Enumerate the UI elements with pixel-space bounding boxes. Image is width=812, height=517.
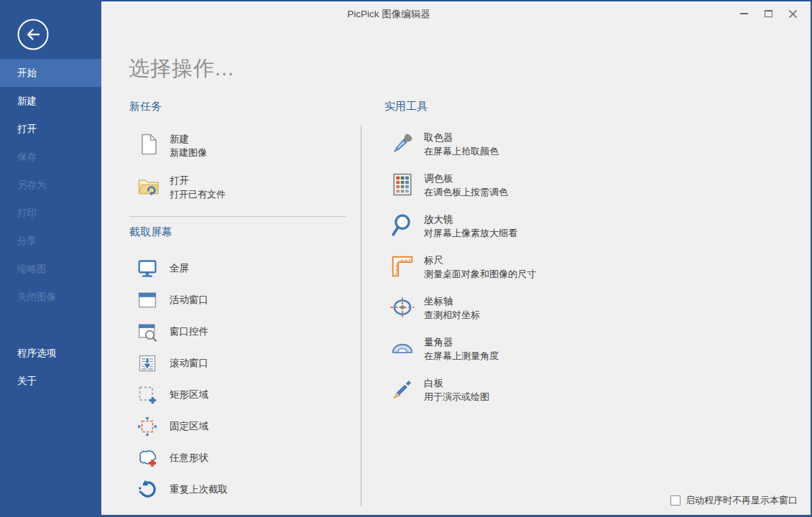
repeat-last-capture-icon: [137, 480, 157, 500]
section-header-screen-capture: 截取屏幕: [129, 225, 349, 238]
sidebar-item-print: 打印: [0, 199, 101, 227]
tool-list: 取色器 在屏幕上拾取颜色 调色板 在调色板上按需调色: [384, 131, 632, 404]
tool-title: 量角器: [424, 336, 499, 349]
tool-subtitle: 在屏幕上拾取颜色: [424, 144, 499, 158]
capture-scrolling-window[interactable]: 滚动窗口: [129, 353, 349, 373]
capture-label: 任意形状: [170, 452, 208, 465]
ruler-icon: [390, 254, 415, 279]
startup-checkbox[interactable]: [670, 495, 680, 506]
tool-title: 坐标轴: [424, 295, 480, 308]
tool-color-picker[interactable]: 取色器 在屏幕上拾取颜色: [384, 131, 632, 159]
new-file-icon: [137, 133, 160, 156]
item-text: 量角器 在屏幕上测量角度: [424, 336, 499, 363]
sidebar-gap: [0, 311, 101, 339]
tool-subtitle: 在屏幕上测量角度: [424, 349, 499, 363]
item-text: 放大镜 对屏幕上像素放大细看: [424, 213, 517, 241]
tool-title: 白板: [424, 377, 489, 390]
tool-protractor[interactable]: 量角器 在屏幕上测量角度: [384, 336, 632, 363]
freeform-icon: [137, 448, 157, 468]
screen-capture-list: 全屏 活动窗口 窗口控件: [129, 258, 349, 500]
item-title: 打开: [170, 174, 226, 187]
active-window-icon: [137, 290, 157, 310]
sidebar-item-new[interactable]: 新建: [0, 87, 101, 115]
item-title: 新建: [170, 133, 207, 146]
open-folder-icon: [137, 174, 160, 197]
scrolling-window-icon: [137, 353, 157, 373]
tool-crosshair[interactable]: 坐标轴 查测相对坐标: [384, 295, 632, 322]
tool-subtitle: 用于演示或绘图: [424, 390, 489, 404]
picpick-window: PicPick 图像编辑器 开始 新建 打开 保存 另存为 打印 分: [0, 0, 812, 517]
tool-color-palette[interactable]: 调色板 在调色板上按需调色: [384, 172, 632, 200]
sidebar-item-open[interactable]: 打开: [0, 115, 101, 143]
item-subtitle: 打开已有文件: [170, 187, 226, 201]
window-controls: [732, 1, 805, 26]
tool-title: 取色器: [424, 131, 499, 144]
right-column: 实用工具 取色器 在屏幕上拾取颜色: [384, 100, 632, 418]
sidebar-item-save-as: 另存为: [0, 171, 101, 199]
capture-repeat-last[interactable]: 重复上次截取: [129, 480, 349, 500]
startup-checkbox-label: 启动程序时不再显示本窗口: [686, 494, 798, 507]
close-icon: [788, 9, 798, 19]
protractor-icon: [390, 336, 415, 360]
column-divider: [361, 125, 361, 506]
tool-title: 放大镜: [424, 213, 517, 226]
tool-whiteboard[interactable]: 白板 用于演示或绘图: [384, 377, 632, 404]
tool-subtitle: 在调色板上按需调色: [424, 185, 508, 199]
whiteboard-icon: [390, 377, 415, 401]
minimize-button[interactable]: [732, 4, 756, 24]
sidebar-item-options[interactable]: 程序选项: [0, 339, 101, 367]
capture-window-control[interactable]: 窗口控件: [129, 322, 349, 342]
sidebar-item-thumbnail: 缩略图: [0, 255, 101, 283]
magnifier-icon: [390, 213, 415, 238]
startup-option: 启动程序时不再显示本窗口: [670, 494, 798, 507]
maximize-icon: [765, 10, 772, 17]
section-header-new-tasks: 新任务: [129, 100, 349, 113]
item-text: 调色板 在调色板上按需调色: [424, 172, 508, 200]
tool-subtitle: 对屏幕上像素放大细看: [424, 226, 517, 240]
new-image-item[interactable]: 新建 新建图像: [129, 133, 349, 159]
item-text: 取色器 在屏幕上拾取颜色: [424, 131, 499, 159]
item-text: 白板 用于演示或绘图: [424, 377, 489, 404]
item-text: 标尺 测量桌面对象和图像的尺寸: [424, 254, 536, 281]
tool-magnifier[interactable]: 放大镜 对屏幕上像素放大细看: [384, 213, 632, 241]
left-column: 新任务 新建 新建图像 打开: [129, 100, 349, 511]
fullscreen-icon: [137, 258, 157, 279]
item-text: 新建 新建图像: [170, 133, 207, 159]
capture-fullscreen[interactable]: 全屏: [129, 258, 349, 279]
item-subtitle: 新建图像: [170, 146, 207, 159]
capture-label: 固定区域: [170, 420, 208, 433]
item-text: 打开 打开已有文件: [170, 174, 226, 200]
tool-subtitle: 查测相对坐标: [424, 308, 480, 322]
capture-freeform[interactable]: 任意形状: [129, 448, 349, 468]
tool-title: 调色板: [424, 172, 508, 185]
section-header-tools: 实用工具: [384, 100, 632, 113]
sidebar-item-save: 保存: [0, 143, 101, 171]
tool-subtitle: 测量桌面对象和图像的尺寸: [424, 267, 536, 281]
back-arrow-icon: [17, 18, 50, 51]
open-file-item[interactable]: 打开 打开已有文件: [129, 174, 349, 200]
capture-active-window[interactable]: 活动窗口: [129, 290, 349, 310]
sidebar: 开始 新建 打开 保存 另存为 打印 分享 缩略图 关闭图像 程序选项 关于: [0, 1, 101, 515]
capture-fixed-region[interactable]: 固定区域: [129, 416, 349, 437]
capture-label: 全屏: [170, 262, 189, 275]
capture-label: 活动窗口: [170, 294, 208, 307]
sidebar-item-start[interactable]: 开始: [0, 59, 101, 87]
minimize-icon: [740, 13, 748, 14]
new-task-list: 新建 新建图像 打开 打开已有文件: [129, 133, 349, 200]
item-text: 坐标轴 查测相对坐标: [424, 295, 480, 322]
maximize-button[interactable]: [756, 4, 780, 24]
sidebar-item-about[interactable]: 关于: [0, 367, 101, 395]
tool-ruler[interactable]: 标尺 测量桌面对象和图像的尺寸: [384, 254, 632, 281]
window-control-icon: [137, 322, 157, 342]
section-divider: [129, 216, 346, 217]
close-button[interactable]: [780, 4, 805, 24]
capture-label: 滚动窗口: [170, 357, 208, 370]
sidebar-item-close-image: 关闭图像: [0, 283, 101, 311]
capture-rectangle-region[interactable]: 矩形区域: [129, 385, 349, 405]
back-button[interactable]: [17, 18, 50, 51]
fixed-region-icon: [137, 416, 157, 437]
page-title: 选择操作...: [129, 55, 234, 83]
sidebar-menu: 开始 新建 打开 保存 另存为 打印 分享 缩略图 关闭图像 程序选项 关于: [0, 59, 101, 395]
color-palette-icon: [390, 172, 415, 197]
capture-label: 重复上次截取: [170, 483, 228, 496]
